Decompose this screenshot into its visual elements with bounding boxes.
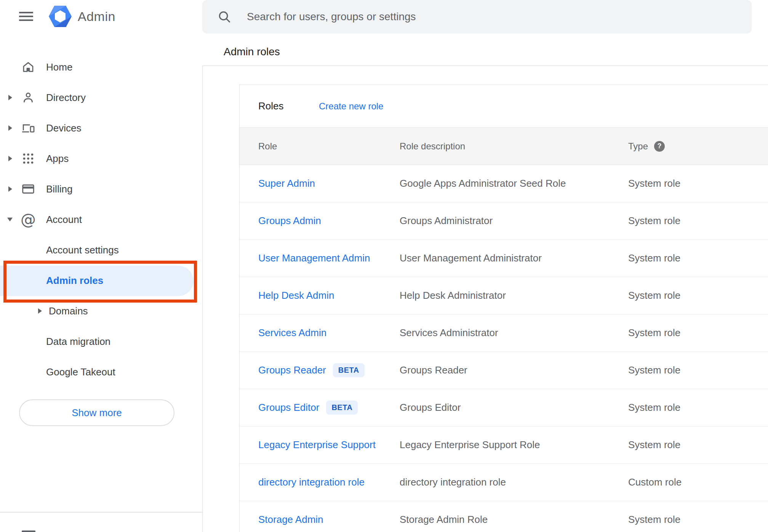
sidebar-item-account-settings[interactable]: Account settings <box>0 235 202 265</box>
role-description: Services Administrator <box>400 327 628 339</box>
role-link[interactable]: Storage Admin <box>258 514 323 526</box>
role-description: Google Apps Administrator Seed Role <box>400 178 628 189</box>
show-more-button[interactable]: Show more <box>19 399 174 426</box>
sidebar-item-billing[interactable]: Billing <box>0 174 202 204</box>
header-divider <box>202 66 768 66</box>
credit-card-icon <box>21 182 35 196</box>
sidebar-bottom-divider <box>0 512 202 513</box>
chevron-right-icon[interactable] <box>8 125 12 131</box>
role-type: System role <box>628 252 768 264</box>
breadcrumb: Admin roles <box>224 46 280 58</box>
person-icon <box>21 90 35 105</box>
role-description: Storage Admin Role <box>400 514 628 526</box>
app-title: Admin <box>78 9 115 24</box>
role-link[interactable]: Services Admin <box>258 327 326 339</box>
search-icon <box>217 10 232 24</box>
table-row: Legacy Enterprise Support Legacy Enterpr… <box>240 426 768 464</box>
create-new-role-link[interactable]: Create new role <box>319 85 383 127</box>
role-link[interactable]: Super Admin <box>258 178 315 189</box>
sidebar-item-account[interactable]: @ Account <box>0 204 202 235</box>
roles-card: Roles Create new role Role Role descript… <box>239 85 768 532</box>
beta-badge: BETA <box>326 401 358 415</box>
sidebar-item-google-takeout[interactable]: Google Takeout <box>0 357 202 387</box>
sidebar-item-apps[interactable]: Apps <box>0 143 202 174</box>
beta-badge: BETA <box>333 363 365 377</box>
role-description: Groups Reader <box>400 364 628 376</box>
role-type: System role <box>628 290 768 301</box>
table-header-row: Role Role description Type ? <box>240 127 768 165</box>
partial-clipped-icon <box>22 530 35 532</box>
role-type: System role <box>628 178 768 189</box>
sidebar-item-home[interactable]: Home <box>0 52 202 82</box>
role-link[interactable]: directory integration role <box>258 476 365 488</box>
roles-table-body: Super Admin Google Apps Administrator Se… <box>240 165 768 532</box>
role-description: Groups Administrator <box>400 215 628 227</box>
role-type: System role <box>628 215 768 227</box>
sidebar-item-directory[interactable]: Directory <box>0 82 202 113</box>
table-row: directory integration role directory int… <box>240 464 768 501</box>
sidebar-item-devices[interactable]: Devices <box>0 113 202 143</box>
apps-grid-icon <box>21 151 35 166</box>
sidebar-item-domains[interactable]: Domains <box>0 296 202 326</box>
sidebar-content-divider <box>202 66 203 532</box>
role-link[interactable]: Help Desk Admin <box>258 290 334 301</box>
chevron-down-icon[interactable] <box>7 218 13 221</box>
role-type: Custom role <box>628 476 768 488</box>
table-row: Help Desk Admin Help Desk Administrator … <box>240 277 768 314</box>
roles-card-header: Roles Create new role <box>240 85 768 127</box>
table-row: User Management Admin User Management Ad… <box>240 240 768 277</box>
chevron-right-icon[interactable] <box>38 308 42 314</box>
menu-icon[interactable] <box>19 12 33 21</box>
chevron-right-icon[interactable] <box>8 156 12 161</box>
column-header-role: Role <box>258 141 277 152</box>
sidebar-item-data-migration[interactable]: Data migration <box>0 326 202 357</box>
role-link[interactable]: Legacy Enterprise Support <box>258 439 376 451</box>
at-icon: @ <box>21 212 35 227</box>
table-row: Super Admin Google Apps Administrator Se… <box>240 165 768 202</box>
chevron-right-icon[interactable] <box>8 186 12 192</box>
admin-logo: Admin <box>49 5 115 27</box>
role-type: System role <box>628 364 768 376</box>
column-header-type: Type <box>628 141 648 152</box>
role-type: System role <box>628 402 768 413</box>
role-description: User Management Administrator <box>400 252 628 264</box>
table-row: Storage Admin Storage Admin Role System … <box>240 501 768 532</box>
admin-logo-icon <box>49 5 72 27</box>
role-description: Groups Editor <box>400 402 628 413</box>
role-type: System role <box>628 327 768 339</box>
role-description: Legacy Enterprise Support Role <box>400 439 628 451</box>
home-icon <box>21 60 35 74</box>
role-type: System role <box>628 439 768 451</box>
sidebar-item-admin-roles[interactable]: Admin roles <box>0 265 202 296</box>
role-type: System role <box>628 514 768 526</box>
role-description: directory integration role <box>400 476 628 488</box>
search-bar[interactable] <box>202 0 752 34</box>
table-row: Services Admin Services Administrator Sy… <box>240 314 768 352</box>
admin-console-screen: Admin Admin roles Home <box>0 0 768 532</box>
column-header-description: Role description <box>400 141 465 152</box>
table-row: Groups Editor BETA Groups Editor System … <box>240 389 768 426</box>
table-row: Groups Reader BETA Groups Reader System … <box>240 352 768 389</box>
role-link[interactable]: Groups Editor <box>258 402 319 413</box>
devices-icon <box>21 121 35 135</box>
search-input[interactable] <box>247 11 704 23</box>
card-title: Roles <box>258 85 283 127</box>
role-link[interactable]: Groups Admin <box>258 215 321 227</box>
table-row: Groups Admin Groups Administrator System… <box>240 202 768 240</box>
chevron-right-icon[interactable] <box>8 95 12 100</box>
role-link[interactable]: User Management Admin <box>258 252 370 264</box>
help-icon[interactable]: ? <box>654 141 665 152</box>
role-link[interactable]: Groups Reader <box>258 364 326 376</box>
role-description: Help Desk Administrator <box>400 290 628 301</box>
sidebar-nav: Home Directory Devices <box>0 52 202 387</box>
